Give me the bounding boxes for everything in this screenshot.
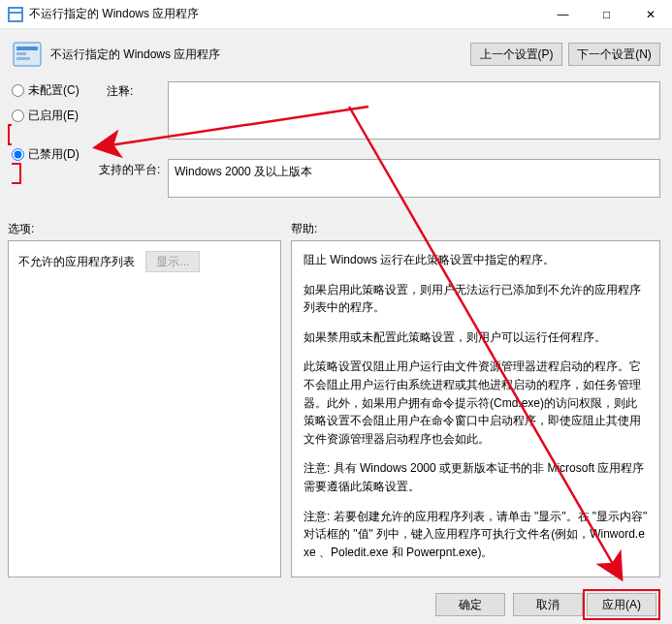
svg-rect-1: [10, 9, 21, 12]
policy-icon: [12, 39, 43, 70]
options-panel: 不允许的应用程序列表 显示...: [8, 240, 281, 577]
disabled-highlight: 已禁用(D): [8, 124, 80, 184]
radio-disabled[interactable]: 已禁用(D): [12, 141, 80, 167]
help-panel[interactable]: 阻止 Windows 运行在此策略设置中指定的程序。 如果启用此策略设置，则用户…: [291, 240, 660, 577]
radio-enabled[interactable]: 已启用(E): [12, 103, 80, 128]
svg-rect-5: [16, 52, 26, 55]
help-p6: 注意: 若要创建允许的应用程序列表，请单击 "显示"。在 "显示内容" 对话框的…: [304, 508, 648, 562]
state-radio-group: 未配置(C) 已启用(E) 已禁用(D): [12, 78, 80, 180]
maximize-button[interactable]: □: [585, 0, 628, 29]
platform-label: 支持的平台:: [99, 162, 160, 178]
platform-value: Windows 2000 及以上版本: [175, 165, 312, 178]
help-p4: 此策略设置仅阻止用户运行由文件资源管理器进程启动的程序。它不会阻止用户运行由系统…: [304, 358, 648, 448]
radio-disabled-input[interactable]: [12, 148, 24, 161]
radio-not-configured-input[interactable]: [12, 84, 24, 97]
cancel-button[interactable]: 取消: [513, 593, 583, 616]
comment-label: 注释:: [107, 83, 133, 100]
help-p1: 阻止 Windows 运行在此策略设置中指定的程序。: [304, 251, 648, 269]
close-button[interactable]: ✕: [628, 0, 672, 29]
platform-box: Windows 2000 及以上版本: [168, 159, 660, 198]
radio-disabled-label: 已禁用(D): [28, 146, 80, 163]
button-bar: 确定 取消 应用(A): [0, 585, 672, 624]
header: 不运行指定的 Windows 应用程序 上一个设置(P) 下一个设置(N): [0, 29, 672, 78]
previous-setting-button[interactable]: 上一个设置(P): [470, 43, 562, 66]
svg-rect-2: [10, 14, 21, 20]
comment-textarea[interactable]: [168, 81, 660, 140]
help-p5: 注意: 具有 Windows 2000 或更新版本证书的非 Microsoft …: [304, 459, 648, 495]
apply-highlight: 应用(A): [583, 589, 660, 620]
titlebar: 不运行指定的 Windows 应用程序 — □ ✕: [0, 0, 672, 29]
window-title: 不运行指定的 Windows 应用程序: [29, 6, 541, 22]
help-p2: 如果启用此策略设置，则用户无法运行已添加到不允许的应用程序列表中的程序。: [304, 281, 648, 317]
help-label: 帮助:: [291, 221, 317, 237]
help-p3: 如果禁用或未配置此策略设置，则用户可以运行任何程序。: [304, 328, 648, 347]
next-setting-button[interactable]: 下一个设置(N): [568, 43, 660, 66]
app-icon: [8, 7, 23, 22]
options-label: 选项:: [8, 221, 34, 237]
svg-rect-6: [16, 57, 30, 60]
svg-rect-4: [16, 47, 38, 50]
radio-not-configured-label: 未配置(C): [28, 82, 80, 99]
ok-button[interactable]: 确定: [435, 593, 505, 616]
minimize-button[interactable]: —: [541, 0, 585, 29]
radio-enabled-input[interactable]: [12, 109, 24, 122]
apply-button[interactable]: 应用(A): [587, 593, 656, 616]
header-title: 不运行指定的 Windows 应用程序: [50, 47, 464, 63]
radio-enabled-label: 已启用(E): [28, 108, 79, 124]
disallowed-list-label: 不允许的应用程序列表: [18, 255, 135, 268]
radio-not-configured[interactable]: 未配置(C): [12, 78, 80, 103]
show-button: 显示...: [145, 251, 200, 272]
